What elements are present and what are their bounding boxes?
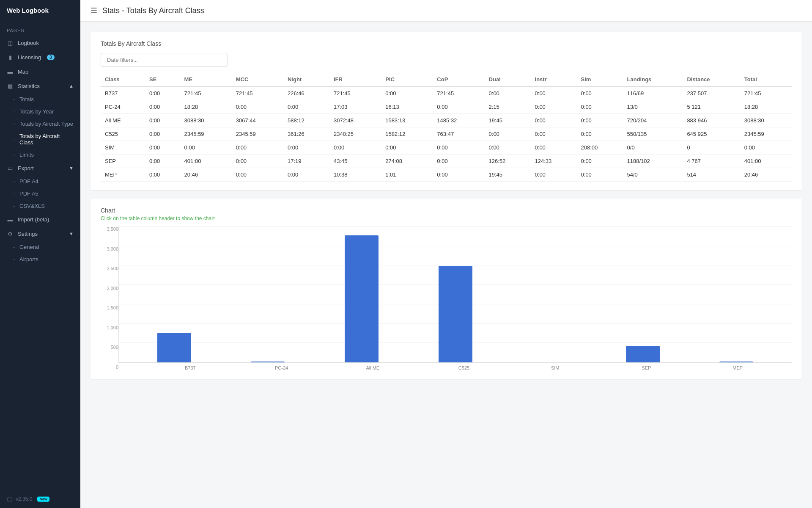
table-cell: MEP xyxy=(101,168,145,182)
table-header-cell[interactable]: MCC xyxy=(232,73,283,86)
table-header-cell[interactable]: Sim xyxy=(577,73,623,86)
new-badge: New xyxy=(37,497,49,502)
y-axis-label: 500 xyxy=(111,345,118,350)
sidebar-item-label: Map xyxy=(18,69,28,75)
table-cell: 0:00 xyxy=(577,114,623,127)
arrow-icon: → xyxy=(12,204,16,208)
y-axis-label: 1,000 xyxy=(107,325,118,330)
version-text: v2.35.0 xyxy=(16,496,32,502)
bar xyxy=(439,266,472,362)
sidebar-sub-general[interactable]: → General xyxy=(0,241,80,253)
table-cell: 0 xyxy=(683,141,740,155)
table-cell: 1583:13 xyxy=(381,114,433,127)
sidebar-sub-limits[interactable]: → Limits xyxy=(0,149,80,161)
table-cell: 124:33 xyxy=(531,155,577,168)
table-cell: 54/0 xyxy=(623,168,683,182)
table-header-cell[interactable]: Instr xyxy=(531,73,577,86)
table-cell: 1188/102 xyxy=(623,155,683,168)
table-cell: 13/0 xyxy=(623,100,683,114)
pages-section-label: Pages xyxy=(0,21,80,36)
chart-wrapper: 3,5003,0002,5002,0001,5001,0005000 B737P… xyxy=(101,226,792,370)
table-header-cell[interactable]: Class xyxy=(101,73,145,86)
table-cell: PC-24 xyxy=(101,100,145,114)
table-cell: 0:00 xyxy=(577,86,623,100)
page-content: Totals By Aircraft Class ClassSEMEMCCNig… xyxy=(80,22,812,389)
bar-group[interactable] xyxy=(689,362,783,362)
table-header-cell[interactable]: PIC xyxy=(381,73,433,86)
settings-icon: ⚙ xyxy=(7,230,14,237)
table-cell: 1:01 xyxy=(381,168,433,182)
table-cell: SEP xyxy=(101,155,145,168)
table-cell: 0:00 xyxy=(381,141,433,155)
table-cell: 0:00 xyxy=(283,168,329,182)
arrow-icon: → xyxy=(12,137,16,142)
table-cell: SIM xyxy=(101,141,145,155)
menu-button[interactable]: ☰ xyxy=(91,6,97,15)
table-cell: 721:45 xyxy=(180,86,232,100)
sidebar-item-map[interactable]: ▬ Map xyxy=(0,64,80,79)
bar xyxy=(345,235,379,362)
date-filter-input[interactable] xyxy=(101,53,228,67)
table-cell: 0:00 xyxy=(577,155,623,168)
table-cell: 721:45 xyxy=(433,86,484,100)
sidebar-item-export[interactable]: ▭ Export ▼ xyxy=(0,161,80,175)
bar-group[interactable] xyxy=(409,266,502,362)
sidebar-sub-csv-xls[interactable]: → CSV&XLS xyxy=(0,200,80,212)
table-cell: 3067:44 xyxy=(232,114,283,127)
table-header-cell[interactable]: CoP xyxy=(433,73,484,86)
sidebar-sub-pdf-a5[interactable]: → PDF A5 xyxy=(0,188,80,200)
table-cell: C525 xyxy=(101,127,145,141)
table-cell: 721:45 xyxy=(740,86,792,100)
sidebar-item-import[interactable]: ▬ Import (beta) xyxy=(0,212,80,226)
table-header-cell[interactable]: IFR xyxy=(329,73,381,86)
sidebar-sub-airports[interactable]: → Airports xyxy=(0,253,80,265)
table-header-cell[interactable]: ME xyxy=(180,73,232,86)
table-cell: 0:00 xyxy=(433,100,484,114)
sidebar-item-settings[interactable]: ⚙ Settings ▼ xyxy=(0,226,80,241)
table-cell: 1485:32 xyxy=(433,114,484,127)
sidebar-item-label: Settings xyxy=(18,231,38,237)
sidebar-sub-label: Totals by Aircraft Class xyxy=(19,133,74,146)
table-cell: 721:45 xyxy=(329,86,381,100)
table-cell: 0:00 xyxy=(232,155,283,168)
y-axis-label: 2,000 xyxy=(107,286,118,291)
y-axis-label: 1,500 xyxy=(107,305,118,310)
x-axis-label: B737 xyxy=(145,365,236,370)
table-header-cell[interactable]: Distance xyxy=(683,73,740,86)
table-cell: 18:28 xyxy=(740,100,792,114)
sidebar-sub-totals-by-aircraft-type[interactable]: → Totals by Aircraft Type xyxy=(0,118,80,130)
sidebar-item-logbook[interactable]: ◫ Logbook xyxy=(0,36,80,50)
table-header-cell[interactable]: Total xyxy=(740,73,792,86)
table-header-cell[interactable]: Landings xyxy=(623,73,683,86)
bar-group[interactable] xyxy=(127,333,221,362)
bar-group[interactable] xyxy=(221,362,315,362)
chevron-up-icon: ▲ xyxy=(69,83,74,88)
table-cell: 1582:12 xyxy=(381,127,433,141)
bar xyxy=(251,362,285,362)
sidebar-sub-label: CSV&XLS xyxy=(19,203,45,209)
sidebar-item-licensing[interactable]: ▮ Licensing 3 xyxy=(0,50,80,64)
table-cell: 19:45 xyxy=(485,168,531,182)
arrow-icon: → xyxy=(12,97,16,102)
y-axis-label: 3,000 xyxy=(107,246,118,251)
chart-hint: Click on the table column header to show… xyxy=(101,215,792,221)
table-cell: 126:52 xyxy=(485,155,531,168)
table-cell: 401:00 xyxy=(740,155,792,168)
table-header-cell[interactable]: Dual xyxy=(485,73,531,86)
sidebar-sub-totals-by-aircraft-class[interactable]: → Totals by Aircraft Class xyxy=(0,130,80,149)
arrow-icon: → xyxy=(12,179,16,184)
sidebar-sub-totals-by-year[interactable]: → Totals by Year xyxy=(0,105,80,118)
table-row: SEP0:00401:000:0017:1943:45274:080:00126… xyxy=(101,155,792,168)
bar-group[interactable] xyxy=(315,235,409,362)
bar-group[interactable] xyxy=(596,346,690,362)
sidebar-sub-totals[interactable]: → Totals xyxy=(0,93,80,105)
bars-area xyxy=(118,226,792,363)
aircraft-class-table: ClassSEMEMCCNightIFRPICCoPDualInstrSimLa… xyxy=(101,73,792,182)
sidebar-item-statistics[interactable]: ▩ Statistics ▲ xyxy=(0,79,80,93)
table-header-cell[interactable]: Night xyxy=(283,73,329,86)
table-header-cell[interactable]: SE xyxy=(145,73,180,86)
table-cell: 0:00 xyxy=(232,141,283,155)
table-cell: 0:00 xyxy=(433,168,484,182)
sidebar-sub-label: Airports xyxy=(19,256,38,262)
sidebar-sub-pdf-a4[interactable]: → PDF A4 xyxy=(0,175,80,188)
